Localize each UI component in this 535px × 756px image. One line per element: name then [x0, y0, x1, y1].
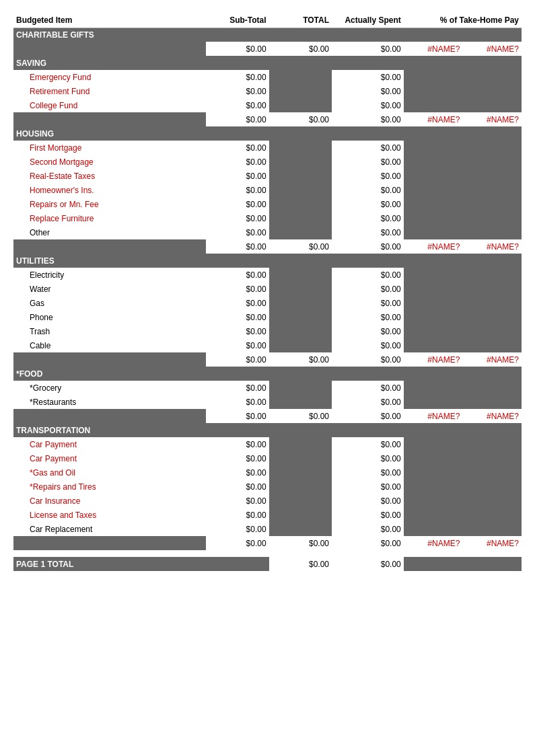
item-label: Cable	[13, 338, 206, 352]
section-header-row: *FOOD	[13, 367, 522, 381]
item-label: Real-Estate Taxes	[13, 169, 206, 183]
item-pct2-empty	[462, 324, 522, 338]
item-pct1-empty	[404, 98, 463, 112]
section-label: UTILITIES	[13, 254, 206, 268]
item-pct2-empty	[462, 296, 522, 310]
item-label: Repairs or Mn. Fee	[13, 197, 206, 211]
subtotal-sub: $0.00	[206, 409, 269, 423]
item-pct1-empty	[404, 451, 463, 465]
item-pct1-empty	[404, 268, 463, 282]
item-subtotal: $0.00	[206, 494, 269, 508]
item-subtotal: $0.00	[206, 451, 269, 465]
item-label: Second Mortgage	[13, 155, 206, 169]
table-row: Retirement Fund$0.00$0.00	[13, 84, 522, 98]
item-subtotal: $0.00	[206, 381, 269, 395]
item-pct2-empty	[462, 395, 522, 409]
item-pct2-empty	[462, 155, 522, 169]
item-actual: $0.00	[332, 395, 404, 409]
subtotal-pct1: #NAME?	[404, 536, 463, 550]
item-pct1-empty	[404, 84, 463, 98]
item-pct1-empty	[404, 395, 463, 409]
item-total-empty	[269, 494, 332, 508]
table-row: Phone$0.00$0.00	[13, 310, 522, 324]
section-header-row: UTILITIES	[13, 254, 522, 268]
subtotal-total: $0.00	[269, 409, 332, 423]
page-total-row: PAGE 1 TOTAL$0.00$0.00	[13, 557, 522, 571]
spreadsheet: Budgeted Item Sub-Total TOTAL Actually S…	[13, 13, 522, 571]
item-actual: $0.00	[332, 183, 404, 197]
subtotal-pct2: #NAME?	[462, 352, 522, 367]
item-actual: $0.00	[332, 225, 404, 239]
item-total-empty	[269, 211, 332, 225]
subtotal-actual: $0.00	[332, 409, 404, 423]
item-subtotal: $0.00	[206, 211, 269, 225]
item-pct1-empty	[404, 338, 463, 352]
section-label: *FOOD	[13, 367, 206, 381]
item-total-empty	[269, 508, 332, 522]
table-row: Repairs or Mn. Fee$0.00$0.00	[13, 197, 522, 211]
item-actual: $0.00	[332, 197, 404, 211]
subtotal-row: $0.00$0.00$0.00#NAME?#NAME?	[13, 352, 522, 367]
item-pct1-empty	[404, 197, 463, 211]
subtotal-row: $0.00$0.00$0.00#NAME?#NAME?	[13, 239, 522, 254]
item-pct2-empty	[462, 183, 522, 197]
subtotal-sub: $0.00	[206, 536, 269, 550]
item-pct2-empty	[462, 84, 522, 98]
table-row: Emergency Fund$0.00$0.00	[13, 70, 522, 84]
item-subtotal: $0.00	[206, 508, 269, 522]
table-row: College Fund$0.00$0.00	[13, 98, 522, 112]
header-actual: Actually Spent	[332, 13, 404, 28]
item-actual: $0.00	[332, 141, 404, 155]
subtotal-sub: $0.00	[206, 112, 269, 126]
item-total-empty	[269, 324, 332, 338]
item-subtotal: $0.00	[206, 225, 269, 239]
item-total-empty	[269, 282, 332, 296]
item-actual: $0.00	[332, 296, 404, 310]
section-header-row: SAVING	[13, 56, 522, 70]
item-pct2-empty	[462, 211, 522, 225]
section-header-row: TRANSPORTATION	[13, 423, 522, 437]
item-pct2-empty	[462, 338, 522, 352]
item-actual: $0.00	[332, 70, 404, 84]
item-total-empty	[269, 338, 332, 352]
item-pct2-empty	[462, 282, 522, 296]
section-label: CHARITABLE GIFTS	[13, 28, 206, 42]
item-label: License and Taxes	[13, 508, 206, 522]
item-subtotal: $0.00	[206, 98, 269, 112]
subtotal-pct1: #NAME?	[404, 409, 463, 423]
table-row: Homeowner's Ins.$0.00$0.00	[13, 183, 522, 197]
item-subtotal: $0.00	[206, 480, 269, 494]
table-row: Car Replacement$0.00$0.00	[13, 522, 522, 536]
item-pct1-empty	[404, 141, 463, 155]
subtotal-total: $0.00	[269, 112, 332, 126]
subtotal-pct2: #NAME?	[462, 112, 522, 126]
item-subtotal: $0.00	[206, 338, 269, 352]
subtotal-pct1: #NAME?	[404, 239, 463, 254]
item-total-empty	[269, 225, 332, 239]
item-label: Replace Furniture	[13, 211, 206, 225]
item-actual: $0.00	[332, 84, 404, 98]
item-total-empty	[269, 197, 332, 211]
item-total-empty	[269, 395, 332, 409]
item-pct2-empty	[462, 268, 522, 282]
item-pct1-empty	[404, 324, 463, 338]
item-pct1-empty	[404, 183, 463, 197]
table-row: *Grocery$0.00$0.00	[13, 381, 522, 395]
item-subtotal: $0.00	[206, 155, 269, 169]
page-total-total: $0.00	[269, 557, 332, 571]
section-header-row: HOUSING	[13, 126, 522, 141]
table-row: *Restaurants$0.00$0.00	[13, 395, 522, 409]
item-actual: $0.00	[332, 437, 404, 451]
item-actual: $0.00	[332, 480, 404, 494]
item-label: Car Replacement	[13, 522, 206, 536]
item-pct2-empty	[462, 197, 522, 211]
subtotal-row: $0.00$0.00$0.00#NAME?#NAME?	[13, 409, 522, 423]
item-total-empty	[269, 465, 332, 480]
item-actual: $0.00	[332, 338, 404, 352]
table-row: Trash$0.00$0.00	[13, 324, 522, 338]
item-actual: $0.00	[332, 381, 404, 395]
item-actual: $0.00	[332, 211, 404, 225]
item-pct2-empty	[462, 480, 522, 494]
subtotal-pct2: #NAME?	[462, 409, 522, 423]
item-total-empty	[269, 183, 332, 197]
